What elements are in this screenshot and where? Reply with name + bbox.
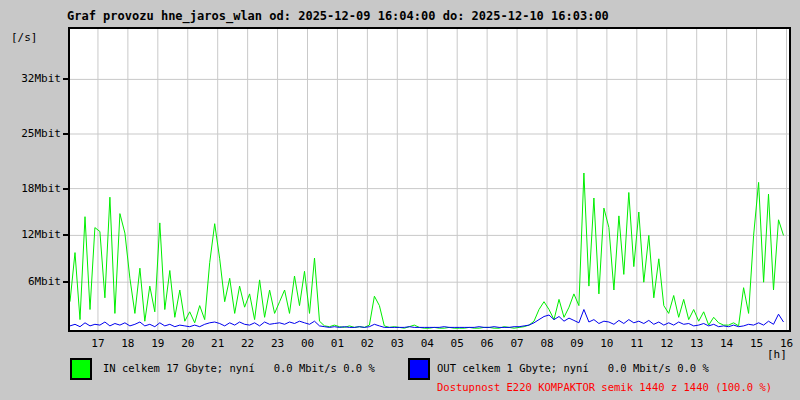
x-tick-label: 12 [654, 337, 680, 350]
x-tick-label: 09 [564, 337, 590, 350]
y-tick-label: 6Mbit [6, 275, 61, 289]
legend-out-label: OUT celkem 1 Gbyte; nyní 0.0 Mbit/s 0.0 … [437, 361, 709, 375]
y-tick-label: 18Mbit [6, 182, 61, 196]
x-tick-label: 10 [594, 337, 620, 350]
x-tick-label: 15 [744, 337, 770, 350]
legend-out-swatch [408, 358, 430, 380]
y-tick-label: 32Mbit [6, 72, 61, 86]
page-canvas: Graf provozu hne_jaros_wlan od: 2025-12-… [0, 0, 800, 400]
y-tick-mark [63, 133, 68, 135]
x-tick-label: 06 [474, 337, 500, 350]
series-line-in [70, 173, 784, 328]
x-tick-label: 04 [414, 337, 440, 350]
x-tick-label: 13 [684, 337, 710, 350]
y-tick-label: 12Mbit [6, 228, 61, 242]
x-tick-label: 07 [504, 337, 530, 350]
y-tick-label: 25Mbit [6, 127, 61, 141]
x-tick-label: 21 [205, 337, 231, 350]
x-tick-label: 14 [714, 337, 740, 350]
x-tick-label: 02 [354, 337, 380, 350]
x-tick-label: 00 [295, 337, 321, 350]
series-line-out [70, 310, 784, 328]
x-tick-label: 18 [115, 337, 141, 350]
y-tick-mark [63, 188, 68, 190]
x-tick-label: 17 [85, 337, 111, 350]
y-tick-mark [63, 281, 68, 283]
legend-in-label: IN celkem 17 Gbyte; nyní 0.0 Mbit/s 0.0 … [103, 361, 375, 375]
legend-in-swatch [70, 358, 92, 380]
y-axis-unit-label: [/s] [11, 31, 38, 44]
x-tick-label: 01 [324, 337, 350, 350]
plot-area [68, 27, 791, 332]
x-tick-label: 22 [235, 337, 261, 350]
x-axis-unit-label: [h] [767, 348, 787, 361]
x-tick-label: 05 [444, 337, 470, 350]
traffic-chart-svg [70, 29, 789, 330]
x-tick-label: 08 [534, 337, 560, 350]
x-tick-label: 11 [624, 337, 650, 350]
y-tick-mark [63, 78, 68, 80]
x-tick-label: 19 [145, 337, 171, 350]
availability-text: Dostupnost E220 KOMPAKTOR semik 1440 z 1… [437, 380, 772, 394]
x-tick-label: 23 [265, 337, 291, 350]
x-tick-label: 20 [175, 337, 201, 350]
y-tick-mark [63, 234, 68, 236]
x-tick-label: 03 [384, 337, 410, 350]
chart-title: Graf provozu hne_jaros_wlan od: 2025-12-… [67, 9, 609, 23]
